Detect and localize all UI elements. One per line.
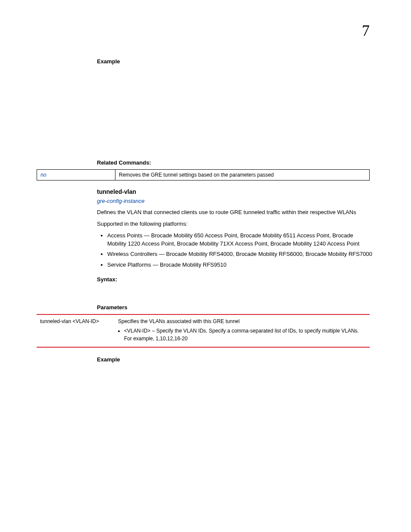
parameters-table: tunneled-vlan <VLAN-ID> Specifies the VL… bbox=[37, 314, 370, 348]
supported-platforms-label: Supported in the following platforms: bbox=[97, 220, 372, 228]
command-title: tunneled-vlan bbox=[97, 188, 372, 195]
syntax-heading: Syntax: bbox=[97, 276, 372, 283]
table-row: tunneled-vlan <VLAN-ID> Specifies the VL… bbox=[37, 314, 370, 347]
list-item: Service Platforms — Brocade Mobility RFS… bbox=[107, 261, 372, 269]
param-name: tunneled-vlan <VLAN-ID> bbox=[37, 314, 115, 347]
chapter-number: 7 bbox=[362, 22, 370, 40]
command-description: Defines the VLAN that connected clients … bbox=[97, 208, 372, 217]
platform-list: Access Points — Brocade Mobility 650 Acc… bbox=[107, 232, 372, 269]
related-commands-heading: Related Commands: bbox=[97, 159, 372, 166]
param-bullet-list: <VLAN-ID> – Specify the VLAN IDs. Specif… bbox=[124, 327, 366, 342]
list-item: Wireless Controllers — Brocade Mobility … bbox=[107, 250, 372, 258]
page: 7 Example Related Commands: no Removes t… bbox=[0, 0, 411, 532]
example-heading: Example bbox=[97, 58, 372, 65]
gre-config-instance-link[interactable]: gre-config-instance bbox=[97, 198, 372, 204]
list-item: Access Points — Brocade Mobility 650 Acc… bbox=[107, 232, 372, 248]
no-command-link[interactable]: no bbox=[40, 172, 46, 178]
related-commands-table: no Removes the GRE tunnel settings based… bbox=[37, 169, 370, 180]
related-command-name: no bbox=[37, 170, 115, 180]
table-row: no Removes the GRE tunnel settings based… bbox=[37, 170, 370, 180]
example-heading-2: Example bbox=[97, 356, 372, 363]
param-desc: Specifies the VLANs associated with this… bbox=[115, 314, 370, 347]
list-item: <VLAN-ID> – Specify the VLAN IDs. Specif… bbox=[124, 327, 366, 342]
parameters-heading: Parameters bbox=[97, 304, 372, 311]
content-area: Example Related Commands: no Removes the… bbox=[97, 58, 372, 363]
param-desc-intro: Specifies the VLANs associated with this… bbox=[118, 318, 240, 324]
related-command-desc: Removes the GRE tunnel settings based on… bbox=[115, 170, 370, 180]
